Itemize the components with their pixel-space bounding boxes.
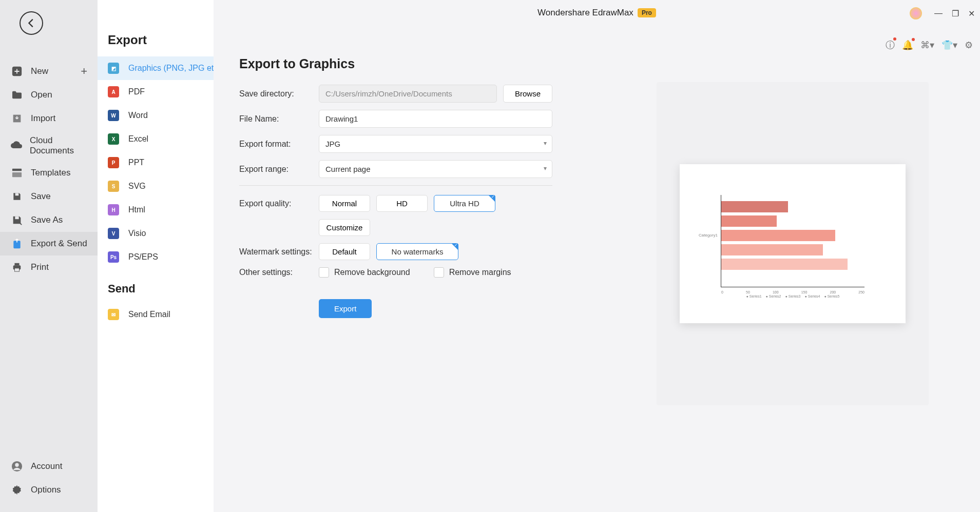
minimize-button[interactable]: — [934, 9, 943, 18]
arrow-left-icon [26, 17, 37, 29]
titlebar: Wondershare EdrawMax Pro [214, 0, 980, 26]
export-item-visio[interactable]: V Visio [98, 222, 214, 245]
pro-badge: Pro [638, 8, 656, 17]
chart-legend: Series1Series2Series3Series4Series5 [721, 294, 864, 298]
export-sidebar: Export ◩ Graphics (PNG, JPG et... A PDF … [98, 0, 214, 512]
watermark-default[interactable]: Default [319, 243, 370, 260]
nav-options[interactable]: Options [0, 478, 98, 502]
plus-icon[interactable]: + [81, 65, 87, 78]
export-item-send-email[interactable]: ✉ Send Email [98, 303, 214, 326]
file-name-input[interactable] [319, 110, 552, 128]
range-select[interactable]: Current page [319, 160, 552, 178]
main-content: Wondershare EdrawMax Pro — ❐ ✕ ⓘ 🔔 ⌘▾ 👕▾… [214, 0, 980, 512]
ppt-icon: P [108, 157, 119, 168]
export-item-svg[interactable]: S SVG [98, 174, 214, 198]
templates-icon [10, 166, 24, 180]
nav-label: Open [31, 90, 52, 100]
nav-import[interactable]: Import [0, 107, 98, 130]
label-file-name: File Name: [239, 114, 319, 124]
cloud-icon [10, 139, 23, 152]
window-controls: — ❐ ✕ [910, 7, 975, 19]
nav-save[interactable]: Save [0, 185, 98, 208]
quality-hd[interactable]: HD [376, 195, 428, 212]
visio-icon: V [108, 228, 119, 239]
nav-cloud[interactable]: Cloud Documents [0, 130, 98, 161]
nav-templates[interactable]: Templates [0, 161, 98, 185]
export-item-pdf[interactable]: A PDF [98, 80, 214, 104]
export-form: Export to Graphics Save directory: C:/Us… [214, 0, 552, 318]
html-icon: H [108, 204, 119, 215]
shortcut-icon[interactable]: ⌘▾ [920, 40, 934, 51]
quality-customize[interactable]: Customize [319, 219, 370, 236]
chart-ticks: 050100150200250 [721, 290, 864, 294]
format-select[interactable]: JPG [319, 135, 552, 153]
nav-label: Import [31, 113, 55, 124]
print-icon [10, 261, 24, 274]
label-watermark: Watermark settings: [239, 247, 319, 257]
svg-point-10 [15, 463, 18, 467]
quality-uhd-label: Ultra HD [450, 199, 479, 208]
app-title: Wondershare EdrawMax [537, 8, 633, 18]
export-item-word[interactable]: W Word [98, 104, 214, 127]
nav-export-send[interactable]: Export & Send [0, 232, 98, 255]
save-dir-input[interactable]: C:/Users/rimzh/OneDrive/Documents [319, 85, 497, 103]
help-icon[interactable]: ⓘ [886, 39, 895, 51]
export-item-label: SVG [128, 182, 146, 191]
svg-rect-4 [15, 216, 18, 220]
remove-margins-label: Remove margins [449, 268, 511, 277]
word-icon: W [108, 110, 119, 121]
remove-margins-checkbox[interactable]: Remove margins [434, 267, 511, 278]
label-save-dir: Save directory: [239, 89, 319, 99]
export-item-graphics[interactable]: ◩ Graphics (PNG, JPG et... [98, 56, 214, 80]
back-button[interactable] [20, 11, 43, 35]
export-icon [10, 237, 24, 250]
remove-bg-checkbox[interactable]: Remove background [319, 267, 410, 278]
bell-icon[interactable]: 🔔 [902, 40, 913, 51]
export-item-ppt[interactable]: P PPT [98, 151, 214, 174]
settings-icon[interactable]: ⚙ [965, 40, 973, 51]
checkbox-icon [434, 267, 444, 278]
watermark-none-label: No watermarks [392, 247, 444, 256]
browse-button[interactable]: Browse [503, 85, 552, 103]
export-item-html[interactable]: H Html [98, 198, 214, 222]
avatar[interactable] [910, 7, 922, 19]
chart-bar [721, 215, 777, 227]
excel-icon: X [108, 133, 119, 145]
save-as-icon [10, 213, 24, 227]
nav-account[interactable]: Account [0, 455, 98, 478]
page-title: Export to Graphics [239, 56, 552, 71]
svg-rect-3 [15, 193, 19, 195]
plus-square-icon [10, 65, 24, 78]
nav-save-as[interactable]: Save As [0, 208, 98, 232]
shirt-icon[interactable]: 👕▾ [941, 40, 957, 51]
label-other: Other settings: [239, 268, 319, 277]
maximize-button[interactable]: ❐ [952, 9, 959, 18]
watermark-none[interactable]: No watermarks [376, 243, 458, 260]
export-item-pseps[interactable]: Ps PS/EPS [98, 245, 214, 269]
nav-label: Templates [31, 168, 70, 178]
user-icon [10, 460, 24, 473]
nav-label: New [31, 66, 48, 76]
export-button[interactable]: Export [319, 299, 372, 318]
nav-label: Account [31, 461, 62, 471]
check-corner-icon [451, 243, 458, 250]
nav-label: Save [31, 191, 51, 202]
export-item-label: Excel [128, 134, 148, 144]
export-item-label: Graphics (PNG, JPG et... [128, 64, 214, 73]
nav-print[interactable]: Print [0, 255, 98, 279]
close-button[interactable]: ✕ [968, 9, 975, 18]
quality-ultra-hd[interactable]: Ultra HD [434, 195, 495, 212]
nav-new[interactable]: New + [0, 60, 98, 83]
export-item-label: PPT [128, 158, 144, 167]
nav-label: Options [31, 485, 61, 495]
export-item-label: Visio [128, 229, 146, 238]
chart-ylabel: Category1 [699, 233, 718, 238]
nav-open[interactable]: Open [0, 83, 98, 107]
export-item-excel[interactable]: X Excel [98, 127, 214, 151]
quality-normal[interactable]: Normal [319, 195, 370, 212]
chart-bar [721, 201, 788, 212]
export-item-label: Html [128, 205, 145, 214]
nav-label: Print [31, 262, 49, 272]
export-item-label: Word [128, 111, 148, 120]
preview-page: Category1 050100150200250 Series1Series2… [680, 164, 906, 323]
